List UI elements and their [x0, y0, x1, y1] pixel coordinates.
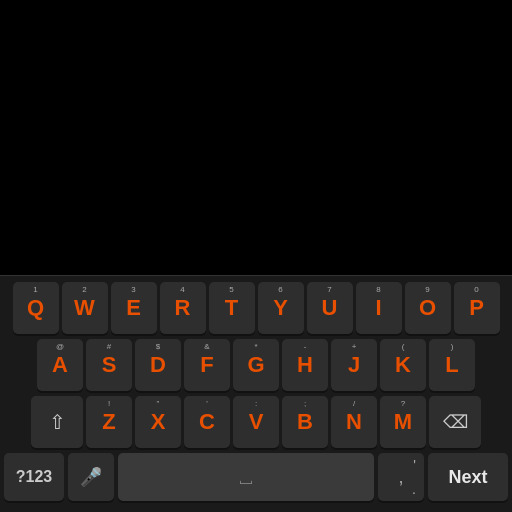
- key-r[interactable]: 4 R: [160, 282, 206, 334]
- key-p[interactable]: 0 P: [454, 282, 500, 334]
- key-y[interactable]: 6 Y: [258, 282, 304, 334]
- key-s[interactable]: # S: [86, 339, 132, 391]
- comma-key[interactable]: ' , .: [378, 453, 424, 501]
- shift-icon: ⇧: [49, 410, 66, 434]
- key-z[interactable]: ! Z: [86, 396, 132, 448]
- key-v[interactable]: : V: [233, 396, 279, 448]
- key-n[interactable]: / N: [331, 396, 377, 448]
- key-f[interactable]: & F: [184, 339, 230, 391]
- shift-key[interactable]: ⇧: [31, 396, 83, 448]
- key-t[interactable]: 5 T: [209, 282, 255, 334]
- keyboard: 1 Q 2 W 3 E 4 R 5 T 6 Y 7 U 8 I: [0, 275, 512, 512]
- key-j[interactable]: + J: [331, 339, 377, 391]
- key-e[interactable]: 3 E: [111, 282, 157, 334]
- space-key[interactable]: ⎵: [118, 453, 374, 501]
- keyboard-row-2: @ A # S $ D & F * G - H + J ( K: [4, 339, 508, 391]
- key-o[interactable]: 9 O: [405, 282, 451, 334]
- backspace-key[interactable]: ⌫: [429, 396, 481, 448]
- backspace-icon: ⌫: [443, 411, 468, 433]
- key-h[interactable]: - H: [282, 339, 328, 391]
- key-x[interactable]: " X: [135, 396, 181, 448]
- keyboard-row-4: ?123 🎤 ⎵ ' , . Next: [4, 453, 508, 501]
- key-g[interactable]: * G: [233, 339, 279, 391]
- key-i[interactable]: 8 I: [356, 282, 402, 334]
- numbers-key[interactable]: ?123: [4, 453, 64, 501]
- key-l[interactable]: ) L: [429, 339, 475, 391]
- key-d[interactable]: $ D: [135, 339, 181, 391]
- next-key[interactable]: Next: [428, 453, 508, 501]
- keyboard-row-3: ⇧ ! Z " X ' C : V ; B / N ? M: [4, 396, 508, 448]
- key-q[interactable]: 1 Q: [13, 282, 59, 334]
- microphone-icon: 🎤: [80, 466, 102, 488]
- key-w[interactable]: 2 W: [62, 282, 108, 334]
- key-m[interactable]: ? M: [380, 396, 426, 448]
- key-a[interactable]: @ A: [37, 339, 83, 391]
- key-k[interactable]: ( K: [380, 339, 426, 391]
- microphone-key[interactable]: 🎤: [68, 453, 114, 501]
- key-u[interactable]: 7 U: [307, 282, 353, 334]
- key-b[interactable]: ; B: [282, 396, 328, 448]
- key-c[interactable]: ' C: [184, 396, 230, 448]
- keyboard-row-1: 1 Q 2 W 3 E 4 R 5 T 6 Y 7 U 8 I: [4, 282, 508, 334]
